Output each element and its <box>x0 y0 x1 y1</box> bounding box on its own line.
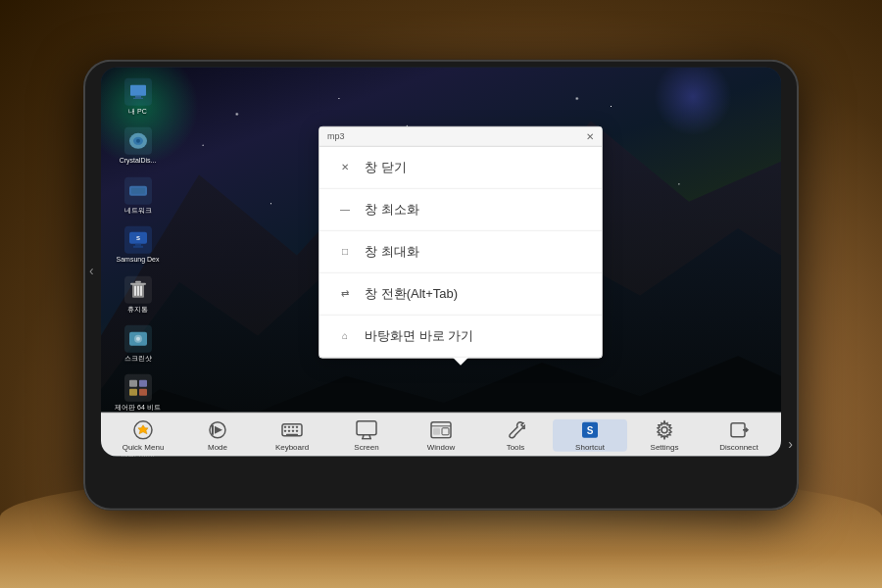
taskbar-keyboard[interactable]: Keyboard <box>255 418 329 451</box>
taskbar-shortcut[interactable]: S Shortcut <box>553 418 627 451</box>
svg-rect-44 <box>288 429 290 431</box>
desktop-icon-crystal-disk[interactable]: CrystalDis... <box>101 124 174 168</box>
minimize-icon: — <box>335 201 355 217</box>
phone-arrow-left: ‹ <box>89 263 94 278</box>
keyboard-icon <box>281 418 303 440</box>
desktop-icon-control-panel[interactable]: 제어판 64 비트 <box>101 371 174 415</box>
icon-label-my-pc: 내 PC <box>128 108 147 116</box>
desktop-icon-btn: ⌂ <box>335 327 355 343</box>
settings-icon <box>654 418 675 440</box>
svg-rect-48 <box>357 420 376 434</box>
taskbar-screen[interactable]: Screen <box>329 418 404 451</box>
taskbar-settings[interactable]: Settings <box>627 418 702 451</box>
phone-arrow-right: › <box>788 436 793 452</box>
desktop-icon-screenshot[interactable]: 스크린샷 <box>101 322 174 366</box>
menu-tail <box>453 357 468 365</box>
svg-rect-47 <box>286 433 298 435</box>
maximize-icon: □ <box>335 243 355 259</box>
context-menu-item-maximize[interactable]: □ 창 최대화 <box>319 230 602 272</box>
context-menu-item-switch[interactable]: ⇄ 창 전환(Alt+Tab) <box>319 272 602 315</box>
desktop-label: 바탕화면 바로 가기 <box>365 326 473 344</box>
taskbar: Quick Menu Mode Keyboard <box>101 413 781 457</box>
taskbar-mode[interactable]: Mode <box>180 418 255 451</box>
taskbar-window[interactable]: Window <box>404 418 478 451</box>
svg-rect-43 <box>284 429 286 431</box>
window-icon <box>430 418 452 440</box>
window-label: Window <box>427 442 455 451</box>
svg-rect-25 <box>139 380 147 387</box>
desktop-icon-samsung-dex[interactable]: S Samsung Dex <box>101 223 174 267</box>
context-menu-item-minimize[interactable]: — 창 최소화 <box>319 188 602 230</box>
disconnect-label: Disconnect <box>719 442 759 451</box>
svg-point-23 <box>136 337 140 341</box>
svg-rect-46 <box>296 429 298 431</box>
mode-label: Mode <box>208 442 227 451</box>
svg-rect-41 <box>292 425 294 427</box>
svg-rect-3 <box>130 85 146 96</box>
mode-icon <box>207 418 228 440</box>
svg-text:S: S <box>135 235 139 241</box>
tools-label: Tools <box>507 442 525 451</box>
svg-rect-59 <box>731 422 745 436</box>
taskbar-tools[interactable]: Tools <box>478 418 553 451</box>
svg-rect-12 <box>135 244 141 246</box>
taskbar-disconnect[interactable]: Disconnect <box>702 418 776 451</box>
svg-rect-17 <box>135 280 141 282</box>
maximize-label: 창 최대화 <box>365 242 419 260</box>
icon-label-crystal-disk: CrystalDis... <box>120 157 157 165</box>
switch-icon: ⇄ <box>335 285 355 301</box>
settings-label: Settings <box>651 442 679 451</box>
svg-rect-55 <box>442 427 449 434</box>
context-menu-title: mp3 <box>327 131 345 141</box>
svg-point-58 <box>662 426 667 432</box>
taskbar-quick-menu[interactable]: Quick Menu <box>106 418 180 451</box>
svg-rect-24 <box>129 380 137 387</box>
context-menu-item-desktop[interactable]: ⌂ 바탕화면 바로 가기 <box>319 315 602 357</box>
svg-text:S: S <box>587 424 594 435</box>
icon-label-samsung-dex: Samsung Dex <box>117 256 160 264</box>
svg-rect-16 <box>130 282 146 284</box>
desktop-icon-my-pc[interactable]: 내 PC <box>101 75 174 119</box>
icon-label-recycle-bin: 휴지통 <box>127 305 148 313</box>
screen-icon <box>356 418 377 440</box>
tools-icon <box>505 418 526 440</box>
desktop-icon-recycle-bin[interactable]: 휴지통 <box>101 272 174 316</box>
shortcut-icon: S <box>579 418 601 440</box>
shortcut-label: Shortcut <box>575 442 605 451</box>
desktop-sidebar: 내 PC CrystalDis... 네트워크 <box>101 68 174 413</box>
svg-rect-39 <box>284 425 286 427</box>
desktop[interactable]: 내 PC CrystalDis... 네트워크 <box>101 68 781 457</box>
switch-label: 창 전환(Alt+Tab) <box>365 284 458 302</box>
keyboard-label: Keyboard <box>275 442 309 451</box>
minimize-label: 창 최소화 <box>365 200 419 218</box>
svg-rect-54 <box>433 427 440 434</box>
svg-rect-42 <box>296 425 298 427</box>
phone-frame: 내 PC CrystalDis... 네트워크 <box>83 60 799 511</box>
svg-rect-45 <box>292 429 294 431</box>
svg-rect-10 <box>131 188 145 194</box>
svg-rect-4 <box>135 96 141 98</box>
close-window-label: 창 닫기 <box>365 158 407 175</box>
quick-menu-label: Quick Menu <box>122 442 165 451</box>
icon-label-control-panel: 제어판 64 비트 <box>115 404 161 412</box>
context-menu-header: mp3 ✕ <box>319 126 602 146</box>
icon-label-network: 네트워크 <box>124 207 152 215</box>
quick-menu-icon <box>132 418 154 440</box>
svg-rect-26 <box>129 389 137 396</box>
svg-rect-27 <box>139 389 147 396</box>
screen-label: Screen <box>354 442 378 451</box>
close-window-icon: ✕ <box>335 159 355 174</box>
svg-rect-5 <box>133 98 143 99</box>
svg-point-8 <box>136 139 140 143</box>
svg-rect-13 <box>133 246 143 248</box>
icon-label-screenshot: 스크린샷 <box>124 355 152 363</box>
context-menu-item-close-window[interactable]: ✕ 창 닫기 <box>319 146 602 188</box>
svg-rect-40 <box>288 425 290 427</box>
desktop-icon-network[interactable]: 네트워크 <box>101 174 174 218</box>
disconnect-icon <box>728 418 750 440</box>
phone-screen: 내 PC CrystalDis... 네트워크 <box>101 68 781 457</box>
context-menu: mp3 ✕ ✕ 창 닫기 — 창 최소화 □ 창 최대화 ⇄ 창 전환(Al <box>318 125 603 358</box>
context-menu-close[interactable]: ✕ <box>586 130 594 141</box>
